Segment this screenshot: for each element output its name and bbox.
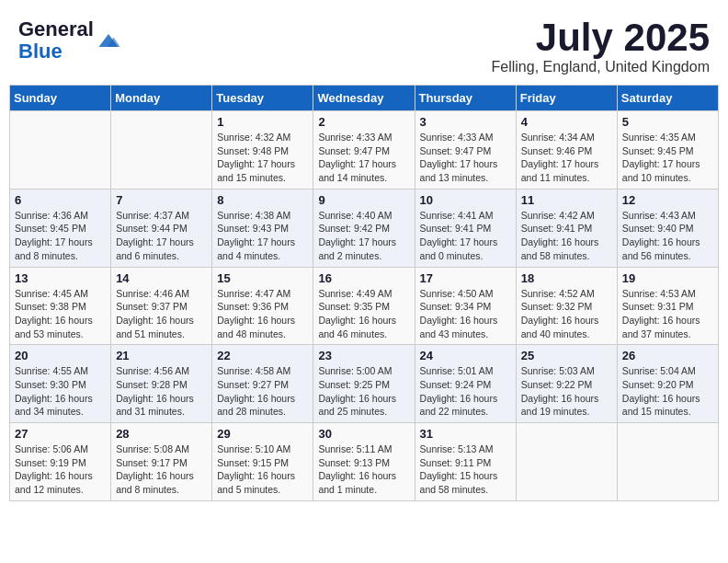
calendar-day-header: Tuesday xyxy=(212,86,313,111)
calendar-day-cell: 22Sunrise: 4:58 AMSunset: 9:27 PMDayligh… xyxy=(212,345,313,423)
calendar-week-row: 13Sunrise: 4:45 AMSunset: 9:38 PMDayligh… xyxy=(10,267,719,345)
day-number: 14 xyxy=(116,271,207,285)
day-number: 15 xyxy=(217,271,308,285)
day-detail: Sunrise: 5:08 AMSunset: 9:17 PMDaylight:… xyxy=(116,443,194,495)
day-detail: Sunrise: 4:45 AMSunset: 9:38 PMDaylight:… xyxy=(15,288,93,339)
day-number: 28 xyxy=(116,427,207,441)
month-title: July 2025 xyxy=(492,18,710,57)
calendar-day-cell xyxy=(111,111,212,190)
day-detail: Sunrise: 5:11 AMSunset: 9:13 PMDaylight:… xyxy=(318,443,396,495)
day-detail: Sunrise: 4:56 AMSunset: 9:28 PMDaylight:… xyxy=(116,365,194,417)
calendar-day-cell xyxy=(516,423,617,501)
day-detail: Sunrise: 4:34 AMSunset: 9:46 PMDaylight:… xyxy=(521,132,599,183)
calendar-day-cell: 30Sunrise: 5:11 AMSunset: 9:13 PMDayligh… xyxy=(313,423,415,501)
calendar-day-header: Saturday xyxy=(617,86,718,111)
calendar-day-cell: 10Sunrise: 4:41 AMSunset: 9:41 PMDayligh… xyxy=(415,189,516,267)
calendar-day-cell: 6Sunrise: 4:36 AMSunset: 9:45 PMDaylight… xyxy=(10,189,111,267)
calendar-day-cell: 29Sunrise: 5:10 AMSunset: 9:15 PMDayligh… xyxy=(212,423,313,501)
calendar-day-cell: 2Sunrise: 4:33 AMSunset: 9:47 PMDaylight… xyxy=(313,111,415,190)
day-number: 1 xyxy=(217,115,308,129)
day-detail: Sunrise: 4:52 AMSunset: 9:32 PMDaylight:… xyxy=(521,288,599,339)
day-number: 20 xyxy=(15,349,106,362)
day-number: 31 xyxy=(420,427,511,441)
day-number: 23 xyxy=(318,349,409,362)
calendar-day-cell: 27Sunrise: 5:06 AMSunset: 9:19 PMDayligh… xyxy=(10,423,111,501)
day-detail: Sunrise: 5:03 AMSunset: 9:22 PMDaylight:… xyxy=(521,365,599,417)
logo-general-text: General xyxy=(18,17,94,40)
day-number: 5 xyxy=(622,115,713,129)
day-detail: Sunrise: 4:33 AMSunset: 9:47 PMDaylight:… xyxy=(420,132,498,183)
calendar-day-cell: 18Sunrise: 4:52 AMSunset: 9:32 PMDayligh… xyxy=(516,267,617,345)
day-number: 22 xyxy=(217,349,308,362)
day-number: 24 xyxy=(420,349,511,362)
calendar-day-cell: 7Sunrise: 4:37 AMSunset: 9:44 PMDaylight… xyxy=(111,189,212,267)
day-detail: Sunrise: 5:10 AMSunset: 9:15 PMDaylight:… xyxy=(217,443,295,495)
day-number: 10 xyxy=(420,193,511,207)
calendar-day-header: Wednesday xyxy=(313,86,415,111)
day-detail: Sunrise: 4:47 AMSunset: 9:36 PMDaylight:… xyxy=(217,288,295,339)
logo: General Blue xyxy=(18,18,121,63)
calendar-week-row: 20Sunrise: 4:55 AMSunset: 9:30 PMDayligh… xyxy=(10,345,719,423)
day-detail: Sunrise: 4:58 AMSunset: 9:27 PMDaylight:… xyxy=(217,365,295,417)
day-number: 4 xyxy=(521,115,612,129)
day-detail: Sunrise: 5:04 AMSunset: 9:20 PMDaylight:… xyxy=(622,365,700,417)
calendar-day-cell xyxy=(10,111,111,190)
day-number: 8 xyxy=(217,193,308,207)
day-number: 18 xyxy=(521,271,612,285)
title-block: July 2025 Felling, England, United Kingd… xyxy=(492,18,710,75)
calendar-day-cell: 8Sunrise: 4:38 AMSunset: 9:43 PMDaylight… xyxy=(212,189,313,267)
day-detail: Sunrise: 4:36 AMSunset: 9:45 PMDaylight:… xyxy=(15,210,93,261)
day-detail: Sunrise: 4:43 AMSunset: 9:40 PMDaylight:… xyxy=(622,210,700,261)
day-number: 3 xyxy=(420,115,511,129)
day-number: 21 xyxy=(116,349,207,362)
calendar-week-row: 1Sunrise: 4:32 AMSunset: 9:48 PMDaylight… xyxy=(10,111,719,190)
calendar-day-cell: 23Sunrise: 5:00 AMSunset: 9:25 PMDayligh… xyxy=(313,345,415,423)
calendar-day-header: Monday xyxy=(111,86,212,111)
calendar-day-header: Sunday xyxy=(10,86,111,111)
day-detail: Sunrise: 4:46 AMSunset: 9:37 PMDaylight:… xyxy=(116,288,194,339)
day-detail: Sunrise: 4:38 AMSunset: 9:43 PMDaylight:… xyxy=(217,210,295,261)
day-number: 19 xyxy=(622,271,713,285)
calendar-day-cell: 28Sunrise: 5:08 AMSunset: 9:17 PMDayligh… xyxy=(111,423,212,501)
day-detail: Sunrise: 5:00 AMSunset: 9:25 PMDaylight:… xyxy=(318,365,396,417)
day-detail: Sunrise: 4:37 AMSunset: 9:44 PMDaylight:… xyxy=(116,210,194,261)
calendar-day-cell: 31Sunrise: 5:13 AMSunset: 9:11 PMDayligh… xyxy=(415,423,516,501)
day-detail: Sunrise: 4:50 AMSunset: 9:34 PMDaylight:… xyxy=(420,288,498,339)
logo-icon xyxy=(96,28,121,53)
calendar-day-cell: 12Sunrise: 4:43 AMSunset: 9:40 PMDayligh… xyxy=(617,189,718,267)
calendar-day-cell: 21Sunrise: 4:56 AMSunset: 9:28 PMDayligh… xyxy=(111,345,212,423)
calendar-day-cell: 17Sunrise: 4:50 AMSunset: 9:34 PMDayligh… xyxy=(415,267,516,345)
day-detail: Sunrise: 4:33 AMSunset: 9:47 PMDaylight:… xyxy=(318,132,396,183)
calendar-day-cell: 14Sunrise: 4:46 AMSunset: 9:37 PMDayligh… xyxy=(111,267,212,345)
day-detail: Sunrise: 5:13 AMSunset: 9:11 PMDaylight:… xyxy=(420,443,498,495)
calendar-day-cell: 16Sunrise: 4:49 AMSunset: 9:35 PMDayligh… xyxy=(313,267,415,345)
day-number: 17 xyxy=(420,271,511,285)
day-number: 27 xyxy=(15,427,106,441)
day-number: 29 xyxy=(217,427,308,441)
calendar-day-cell: 1Sunrise: 4:32 AMSunset: 9:48 PMDaylight… xyxy=(212,111,313,190)
calendar-day-header: Friday xyxy=(516,86,617,111)
calendar-day-header: Thursday xyxy=(415,86,516,111)
day-detail: Sunrise: 4:42 AMSunset: 9:41 PMDaylight:… xyxy=(521,210,599,261)
calendar-day-cell: 25Sunrise: 5:03 AMSunset: 9:22 PMDayligh… xyxy=(516,345,617,423)
day-number: 26 xyxy=(622,349,713,362)
day-number: 7 xyxy=(116,193,207,207)
day-detail: Sunrise: 4:40 AMSunset: 9:42 PMDaylight:… xyxy=(318,210,396,261)
day-number: 13 xyxy=(15,271,106,285)
day-number: 12 xyxy=(622,193,713,207)
page-header: General Blue July 2025 Felling, England,… xyxy=(9,9,719,80)
calendar-day-cell: 9Sunrise: 4:40 AMSunset: 9:42 PMDaylight… xyxy=(313,189,415,267)
day-number: 2 xyxy=(318,115,409,129)
day-number: 9 xyxy=(318,193,409,207)
day-detail: Sunrise: 5:01 AMSunset: 9:24 PMDaylight:… xyxy=(420,365,498,417)
calendar-day-cell: 5Sunrise: 4:35 AMSunset: 9:45 PMDaylight… xyxy=(617,111,718,190)
day-number: 16 xyxy=(318,271,409,285)
calendar-day-cell xyxy=(617,423,718,501)
day-number: 11 xyxy=(521,193,612,207)
day-detail: Sunrise: 4:41 AMSunset: 9:41 PMDaylight:… xyxy=(420,210,498,261)
day-detail: Sunrise: 5:06 AMSunset: 9:19 PMDaylight:… xyxy=(15,443,93,495)
day-number: 30 xyxy=(318,427,409,441)
day-detail: Sunrise: 4:32 AMSunset: 9:48 PMDaylight:… xyxy=(217,132,295,183)
location: Felling, England, United Kingdom xyxy=(492,59,710,75)
calendar-week-row: 6Sunrise: 4:36 AMSunset: 9:45 PMDaylight… xyxy=(10,189,719,267)
